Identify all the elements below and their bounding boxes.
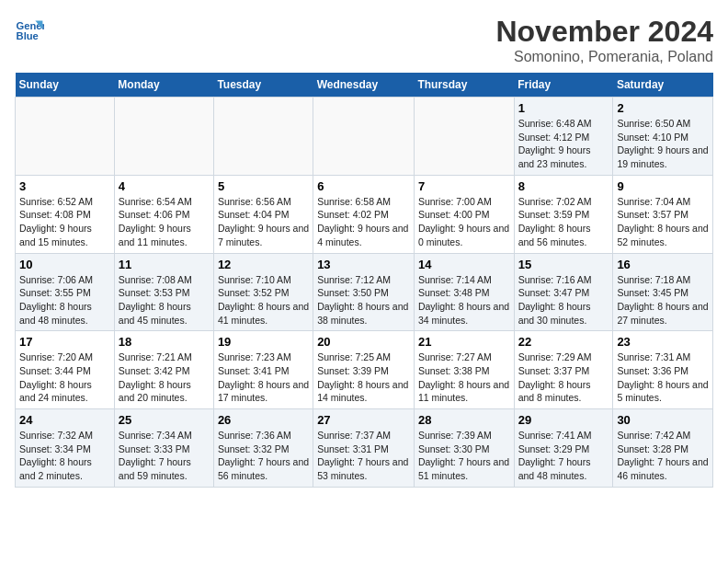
weekday-header-friday: Friday: [514, 73, 613, 98]
calendar-cell: 21Sunrise: 7:27 AM Sunset: 3:38 PM Dayli…: [414, 331, 514, 409]
day-info: Sunrise: 7:00 AM Sunset: 4:00 PM Dayligh…: [418, 195, 510, 249]
day-number: 20: [317, 335, 410, 349]
calendar-cell: 15Sunrise: 7:16 AM Sunset: 3:47 PM Dayli…: [514, 253, 613, 331]
calendar-week-3: 10Sunrise: 7:06 AM Sunset: 3:55 PM Dayli…: [16, 253, 713, 331]
day-info: Sunrise: 7:29 AM Sunset: 3:37 PM Dayligh…: [518, 350, 609, 405]
calendar-cell: 10Sunrise: 7:06 AM Sunset: 3:55 PM Dayli…: [16, 253, 115, 331]
day-number: 2: [617, 101, 709, 115]
calendar-cell: [414, 98, 514, 176]
calendar-cell: 28Sunrise: 7:39 AM Sunset: 3:30 PM Dayli…: [414, 409, 514, 488]
calendar-cell: 24Sunrise: 7:32 AM Sunset: 3:34 PM Dayli…: [16, 409, 115, 488]
calendar-cell: [16, 98, 115, 176]
day-info: Sunrise: 7:32 AM Sunset: 3:34 PM Dayligh…: [19, 429, 110, 483]
calendar-cell: 18Sunrise: 7:21 AM Sunset: 3:42 PM Dayli…: [114, 331, 213, 409]
calendar-cell: 2Sunrise: 6:50 AM Sunset: 4:10 PM Daylig…: [613, 98, 713, 176]
calendar-cell: 27Sunrise: 7:37 AM Sunset: 3:31 PM Dayli…: [313, 409, 415, 488]
calendar-week-2: 3Sunrise: 6:52 AM Sunset: 4:08 PM Daylig…: [16, 175, 713, 253]
day-info: Sunrise: 7:41 AM Sunset: 3:29 PM Dayligh…: [518, 429, 609, 483]
calendar-cell: 26Sunrise: 7:36 AM Sunset: 3:32 PM Dayli…: [213, 409, 313, 488]
day-info: Sunrise: 6:50 AM Sunset: 4:10 PM Dayligh…: [617, 117, 709, 171]
day-number: 10: [19, 258, 110, 271]
calendar-cell: 25Sunrise: 7:34 AM Sunset: 3:33 PM Dayli…: [114, 409, 213, 488]
day-number: 4: [119, 179, 210, 193]
day-info: Sunrise: 6:48 AM Sunset: 4:12 PM Dayligh…: [518, 117, 609, 171]
calendar-cell: 17Sunrise: 7:20 AM Sunset: 3:44 PM Dayli…: [16, 331, 115, 409]
calendar-cell: 4Sunrise: 6:54 AM Sunset: 4:06 PM Daylig…: [114, 175, 213, 253]
day-number: 6: [317, 179, 410, 193]
calendar-week-1: 1Sunrise: 6:48 AM Sunset: 4:12 PM Daylig…: [16, 98, 713, 176]
weekday-header-monday: Monday: [114, 73, 213, 98]
day-number: 29: [518, 413, 609, 427]
calendar-cell: 23Sunrise: 7:31 AM Sunset: 3:36 PM Dayli…: [613, 331, 713, 409]
calendar-cell: 5Sunrise: 6:56 AM Sunset: 4:04 PM Daylig…: [213, 175, 313, 253]
calendar-header: SundayMondayTuesdayWednesdayThursdayFrid…: [16, 73, 713, 98]
subtitle: Somonino, Pomerania, Poland: [495, 49, 713, 65]
main-title: November 2024: [495, 15, 713, 49]
weekday-header-sunday: Sunday: [16, 73, 115, 98]
day-info: Sunrise: 7:31 AM Sunset: 3:36 PM Dayligh…: [617, 350, 709, 405]
day-number: 3: [19, 179, 110, 193]
day-number: 21: [418, 335, 510, 349]
calendar-cell: 1Sunrise: 6:48 AM Sunset: 4:12 PM Daylig…: [514, 98, 613, 176]
svg-text:Blue: Blue: [17, 30, 39, 41]
day-info: Sunrise: 6:54 AM Sunset: 4:06 PM Dayligh…: [119, 195, 210, 249]
day-info: Sunrise: 7:04 AM Sunset: 3:57 PM Dayligh…: [617, 195, 709, 249]
day-info: Sunrise: 7:27 AM Sunset: 3:38 PM Dayligh…: [418, 350, 510, 405]
logo-icon: General Blue: [15, 15, 44, 44]
calendar-cell: 16Sunrise: 7:18 AM Sunset: 3:45 PM Dayli…: [613, 253, 713, 331]
day-info: Sunrise: 7:18 AM Sunset: 3:45 PM Dayligh…: [617, 273, 709, 327]
weekday-header-tuesday: Tuesday: [213, 73, 313, 98]
calendar-week-4: 17Sunrise: 7:20 AM Sunset: 3:44 PM Dayli…: [16, 331, 713, 409]
weekday-header-thursday: Thursday: [414, 73, 514, 98]
day-number: 17: [19, 335, 110, 349]
calendar-cell: 8Sunrise: 7:02 AM Sunset: 3:59 PM Daylig…: [514, 175, 613, 253]
day-info: Sunrise: 7:42 AM Sunset: 3:28 PM Dayligh…: [617, 429, 709, 483]
calendar-cell: [114, 98, 213, 176]
logo: General Blue General Blue: [15, 15, 44, 44]
day-info: Sunrise: 6:52 AM Sunset: 4:08 PM Dayligh…: [19, 195, 110, 249]
day-number: 13: [317, 258, 410, 271]
day-info: Sunrise: 7:06 AM Sunset: 3:55 PM Dayligh…: [19, 273, 110, 327]
day-info: Sunrise: 7:25 AM Sunset: 3:39 PM Dayligh…: [317, 350, 410, 405]
day-number: 25: [119, 413, 210, 427]
calendar-week-5: 24Sunrise: 7:32 AM Sunset: 3:34 PM Dayli…: [16, 409, 713, 488]
day-number: 9: [617, 179, 709, 193]
title-area: November 2024 Somonino, Pomerania, Polan…: [495, 15, 713, 65]
calendar-cell: 3Sunrise: 6:52 AM Sunset: 4:08 PM Daylig…: [16, 175, 115, 253]
day-number: 18: [119, 335, 210, 349]
day-info: Sunrise: 7:02 AM Sunset: 3:59 PM Dayligh…: [518, 195, 609, 249]
day-number: 19: [218, 335, 309, 349]
day-info: Sunrise: 7:21 AM Sunset: 3:42 PM Dayligh…: [119, 350, 210, 405]
day-info: Sunrise: 6:56 AM Sunset: 4:04 PM Dayligh…: [218, 195, 309, 249]
day-number: 7: [418, 179, 510, 193]
day-info: Sunrise: 7:36 AM Sunset: 3:32 PM Dayligh…: [218, 429, 309, 483]
day-number: 11: [119, 258, 210, 271]
day-info: Sunrise: 7:20 AM Sunset: 3:44 PM Dayligh…: [19, 350, 110, 405]
day-number: 15: [518, 258, 609, 271]
day-number: 12: [218, 258, 309, 271]
day-number: 22: [518, 335, 609, 349]
day-number: 27: [317, 413, 410, 427]
calendar-cell: [213, 98, 313, 176]
calendar-cell: 29Sunrise: 7:41 AM Sunset: 3:29 PM Dayli…: [514, 409, 613, 488]
calendar-cell: [313, 98, 415, 176]
day-number: 16: [617, 258, 709, 271]
calendar-cell: 20Sunrise: 7:25 AM Sunset: 3:39 PM Dayli…: [313, 331, 415, 409]
calendar-cell: 30Sunrise: 7:42 AM Sunset: 3:28 PM Dayli…: [613, 409, 713, 488]
day-number: 23: [617, 335, 709, 349]
day-number: 14: [418, 258, 510, 271]
calendar-cell: 6Sunrise: 6:58 AM Sunset: 4:02 PM Daylig…: [313, 175, 415, 253]
calendar-cell: 13Sunrise: 7:12 AM Sunset: 3:50 PM Dayli…: [313, 253, 415, 331]
calendar-cell: 9Sunrise: 7:04 AM Sunset: 3:57 PM Daylig…: [613, 175, 713, 253]
day-info: Sunrise: 7:16 AM Sunset: 3:47 PM Dayligh…: [518, 273, 609, 327]
calendar-cell: 19Sunrise: 7:23 AM Sunset: 3:41 PM Dayli…: [213, 331, 313, 409]
day-info: Sunrise: 7:37 AM Sunset: 3:31 PM Dayligh…: [317, 429, 410, 483]
calendar-cell: 12Sunrise: 7:10 AM Sunset: 3:52 PM Dayli…: [213, 253, 313, 331]
day-info: Sunrise: 7:39 AM Sunset: 3:30 PM Dayligh…: [418, 429, 510, 483]
weekday-header-wednesday: Wednesday: [313, 73, 415, 98]
calendar-cell: 22Sunrise: 7:29 AM Sunset: 3:37 PM Dayli…: [514, 331, 613, 409]
day-info: Sunrise: 7:08 AM Sunset: 3:53 PM Dayligh…: [119, 273, 210, 327]
calendar-cell: 7Sunrise: 7:00 AM Sunset: 4:00 PM Daylig…: [414, 175, 514, 253]
day-info: Sunrise: 7:23 AM Sunset: 3:41 PM Dayligh…: [218, 350, 309, 405]
calendar-table: SundayMondayTuesdayWednesdayThursdayFrid…: [15, 73, 713, 488]
